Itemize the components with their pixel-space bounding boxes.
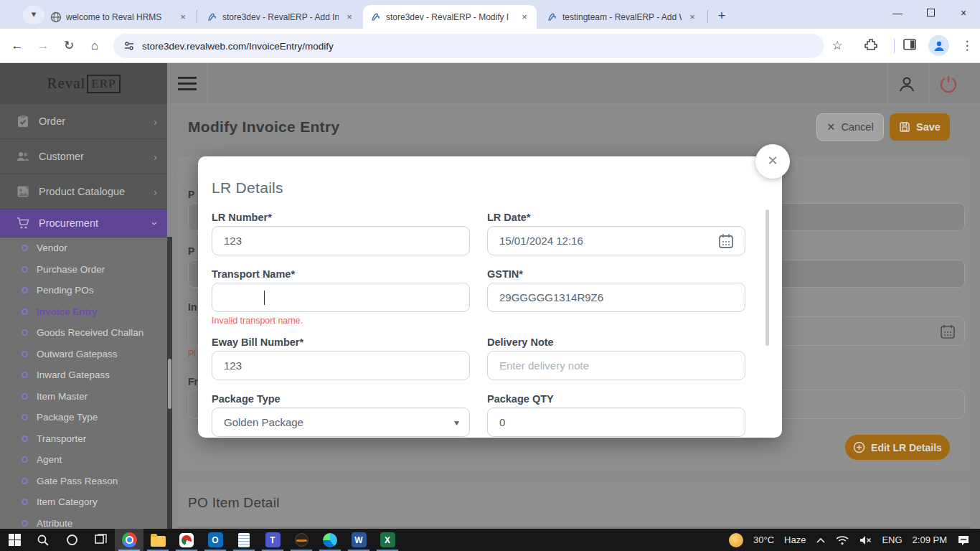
power-logout-icon[interactable] bbox=[938, 74, 958, 94]
sidebar-item-label: Order bbox=[39, 116, 65, 127]
new-tab-button[interactable]: + bbox=[712, 6, 732, 27]
taskbar-app-notepad[interactable] bbox=[230, 529, 258, 551]
gstin-input[interactable] bbox=[487, 283, 745, 312]
cancel-button[interactable]: ✕Cancel bbox=[816, 113, 884, 141]
calendar-icon[interactable] bbox=[717, 232, 735, 250]
submenu-item-purchase-order[interactable]: Purchase Order bbox=[0, 259, 167, 281]
menu-dots-icon[interactable]: ⋮ bbox=[957, 36, 977, 56]
sidebar-item-label: Customer bbox=[39, 151, 84, 162]
home-button[interactable]: ⌂ bbox=[85, 36, 105, 56]
tray-temperature[interactable]: 30°C bbox=[753, 534, 774, 545]
eway-bill-input[interactable] bbox=[212, 351, 470, 380]
notification-center-icon[interactable] bbox=[957, 534, 970, 546]
clipboard-icon bbox=[16, 114, 30, 128]
browser-navbar: ← → ↻ ⌂ store3dev.revalweb.com/InvoiceEn… bbox=[0, 29, 980, 63]
taskbar-app-excel[interactable]: X bbox=[373, 529, 402, 551]
tray-condition[interactable]: Haze bbox=[784, 534, 806, 545]
browser-tab-4[interactable]: testingteam - RevalERP - Add W × bbox=[540, 5, 705, 29]
submenu-item-invoice-entry[interactable]: Invoice Entry bbox=[0, 301, 167, 323]
package-qty-input[interactable] bbox=[487, 408, 745, 437]
sidebar-item-product-catalogue[interactable]: Product Catalogue › bbox=[0, 174, 167, 209]
browser-tabstrip: ▾ welcome to Reval HRMS × store3dev - Re… bbox=[0, 0, 980, 29]
submenu-item-vendor[interactable]: Vendor bbox=[0, 237, 167, 259]
sidebar-item-customer[interactable]: Customer › bbox=[0, 139, 167, 174]
bookmark-star-icon[interactable]: ☆ bbox=[827, 36, 847, 56]
modal-scrollbar[interactable] bbox=[765, 209, 769, 346]
windows-icon bbox=[9, 534, 21, 546]
submenu-item-package-type[interactable]: Package Type bbox=[0, 407, 167, 428]
system-tray: 30°C Haze ENG 2:09 PM bbox=[729, 529, 980, 551]
sidebar-scrollbar[interactable] bbox=[167, 237, 172, 529]
site-settings-icon[interactable] bbox=[123, 40, 135, 52]
start-button[interactable] bbox=[0, 529, 29, 551]
window-maximize-button[interactable] bbox=[914, 0, 947, 27]
tab-close-icon[interactable]: × bbox=[343, 11, 356, 24]
taskbar-app-outlook[interactable]: O bbox=[201, 529, 230, 551]
volume-muted-icon[interactable] bbox=[859, 535, 872, 545]
taskbar-app-edge[interactable] bbox=[316, 529, 344, 551]
url-text: store3dev.revalweb.com/InvoiceEntry/modi… bbox=[142, 41, 334, 52]
close-icon: ✕ bbox=[826, 121, 835, 133]
search-icon bbox=[37, 534, 50, 547]
browser-tab-3-active[interactable]: store3dev - RevalERP - Modify I × bbox=[363, 5, 537, 29]
submenu-item-item-category[interactable]: Item Category bbox=[0, 491, 167, 513]
taskbar-app-colored[interactable] bbox=[172, 529, 201, 551]
transport-name-input[interactable] bbox=[212, 283, 470, 312]
back-button[interactable]: ← bbox=[7, 36, 27, 56]
submenu-item-transporter[interactable]: Transporter bbox=[0, 428, 167, 450]
browser-tab-2[interactable]: store3dev - RevalERP - Add Inw × bbox=[199, 5, 362, 29]
taskbar-app-word[interactable]: W bbox=[344, 529, 373, 551]
weather-icon[interactable] bbox=[729, 533, 743, 547]
tab-close-icon[interactable]: × bbox=[176, 11, 189, 24]
tray-clock[interactable]: 2:09 PM bbox=[913, 534, 947, 545]
excel-icon: X bbox=[380, 532, 395, 547]
package-type-select[interactable]: Golden Package ▾ bbox=[212, 408, 470, 437]
window-close-button[interactable]: × bbox=[947, 0, 980, 27]
sidebar-item-procurement[interactable]: Procurement › bbox=[0, 209, 167, 237]
hidden-icons-chevron[interactable] bbox=[816, 537, 826, 544]
user-icon[interactable] bbox=[896, 73, 918, 95]
save-button[interactable]: Save bbox=[890, 113, 950, 141]
floppy-icon bbox=[899, 121, 910, 133]
hamburger-menu-button[interactable] bbox=[167, 63, 208, 104]
teams-icon: T bbox=[265, 532, 281, 547]
profile-avatar[interactable] bbox=[928, 35, 949, 56]
submenu-item-goods-received-challan[interactable]: Goods Received Challan bbox=[0, 322, 167, 344]
side-panel-icon[interactable] bbox=[903, 37, 923, 57]
submenu-item-item-master[interactable]: Item Master bbox=[0, 386, 167, 408]
submenu-item-pending-pos[interactable]: Pending POs bbox=[0, 280, 167, 301]
submenu-item-gate-pass-reason[interactable]: Gate Pass Reason bbox=[0, 471, 167, 492]
lr-date-input[interactable]: 15/01/2024 12:16 bbox=[487, 226, 745, 255]
tab-search-button[interactable]: ▾ bbox=[23, 6, 44, 24]
screen: ▾ welcome to Reval HRMS × store3dev - Re… bbox=[0, 0, 980, 551]
submenu-item-inward-gatepass[interactable]: Inward Gatepass bbox=[0, 364, 167, 386]
lr-number-input[interactable] bbox=[212, 226, 470, 255]
extensions-icon[interactable] bbox=[864, 37, 884, 57]
window-minimize-button[interactable]: — bbox=[881, 0, 914, 27]
tab-close-icon[interactable]: × bbox=[686, 11, 699, 24]
taskbar-app-file-explorer[interactable] bbox=[143, 529, 172, 551]
taskbar-search-button[interactable] bbox=[29, 529, 57, 551]
forward-button[interactable]: → bbox=[33, 36, 53, 56]
edit-lr-details-button[interactable]: Edit LR Details bbox=[845, 435, 950, 460]
task-view-button[interactable] bbox=[86, 529, 115, 551]
cortana-button[interactable] bbox=[57, 529, 86, 551]
calendar-icon[interactable] bbox=[940, 324, 956, 339]
tab-close-icon[interactable]: × bbox=[518, 11, 531, 24]
tray-language[interactable]: ENG bbox=[882, 534, 902, 545]
reload-button[interactable]: ↻ bbox=[59, 36, 79, 56]
modal-close-button[interactable]: ✕ bbox=[755, 144, 790, 179]
taskbar-app-teams[interactable]: T bbox=[258, 529, 287, 551]
address-bar[interactable]: store3dev.revalweb.com/InvoiceEntry/modi… bbox=[113, 34, 824, 58]
submenu-item-agent[interactable]: Agent bbox=[0, 449, 167, 471]
taskbar-app-chrome[interactable] bbox=[115, 529, 143, 551]
package-qty-label: Package QTY bbox=[487, 393, 745, 405]
taskbar-app-dark-circle[interactable] bbox=[287, 529, 316, 551]
delivery-note-input[interactable] bbox=[487, 351, 745, 380]
app-topbar bbox=[167, 63, 980, 104]
modal-title: LR Details bbox=[212, 179, 283, 197]
browser-tab-1[interactable]: welcome to Reval HRMS × bbox=[43, 5, 195, 29]
submenu-item-outward-gatepass[interactable]: Outward Gatepass bbox=[0, 344, 167, 365]
wifi-icon[interactable] bbox=[836, 535, 849, 545]
sidebar-item-order[interactable]: Order › bbox=[0, 104, 167, 138]
